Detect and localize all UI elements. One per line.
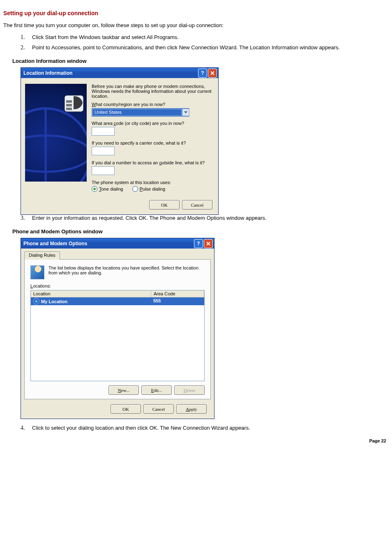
svg-rect-3 — [66, 100, 72, 103]
phone-modem-intro: The list below displays the locations yo… — [48, 265, 205, 275]
titlebar: Location Information ? — [21, 68, 218, 78]
location-selected-icon — [33, 298, 39, 304]
col-area-code[interactable]: Area Code — [151, 290, 204, 297]
radio-unselected-icon — [132, 186, 138, 192]
carrier-code-input[interactable] — [92, 147, 115, 155]
tone-dialing-radio[interactable]: Tone dialing — [92, 186, 123, 192]
area-code-input[interactable] — [92, 127, 115, 136]
help-button[interactable]: ? — [194, 239, 203, 248]
titlebar: Phone and Modem Options ? — [21, 238, 214, 249]
page-number: Page 22 — [3, 438, 389, 443]
phone-location-icon — [30, 265, 44, 279]
step-2: Point to Accessories, point to Communica… — [26, 44, 389, 51]
outside-line-label: If you dial a number to access an outsid… — [92, 160, 212, 165]
list-row-selected[interactable]: My Location 555 — [31, 297, 204, 305]
sidebar-art — [25, 84, 87, 182]
row-area-code: 555 — [151, 297, 204, 305]
window-title: Location Information — [23, 70, 197, 76]
globe-phone-icon — [25, 84, 87, 182]
intro-text: The first time you turn your computer on… — [3, 22, 389, 28]
step-3: Enter in your information as requested. … — [26, 215, 389, 221]
step-4: Click to select your dialing location an… — [26, 425, 389, 431]
dropdown-button[interactable] — [182, 109, 189, 116]
ok-button[interactable]: OK — [149, 200, 180, 210]
pulse-dialing-radio[interactable]: Pulse dialing — [132, 186, 165, 192]
svg-point-1 — [25, 136, 87, 172]
cancel-button[interactable]: Cancel — [182, 200, 212, 210]
steps-list: Click Start from the Windows taskbar and… — [3, 34, 389, 51]
svg-rect-4 — [66, 104, 72, 106]
outside-line-input[interactable] — [92, 166, 115, 175]
locations-list[interactable]: Location Area Code My Location 555 — [30, 290, 205, 381]
list-header: Location Area Code — [31, 290, 204, 297]
edit-button[interactable]: Edit... — [141, 385, 172, 395]
phone-system-label: The phone system at this location uses: — [92, 180, 212, 185]
country-select[interactable]: United States — [92, 108, 189, 117]
steps-list-cont: Enter in your information as requested. … — [3, 215, 389, 221]
location-intro: Before you can make any phone or modem c… — [92, 84, 212, 99]
close-icon — [210, 71, 214, 75]
page-heading: Setting up your dial-up connection — [3, 10, 389, 16]
svg-rect-5 — [66, 108, 72, 110]
help-button[interactable]: ? — [198, 69, 207, 78]
close-icon — [206, 242, 210, 246]
country-label: What country/region are you in now? — [92, 102, 212, 107]
row-location-name: My Location — [41, 299, 67, 304]
country-value: United States — [92, 109, 182, 116]
window-title: Phone and Modem Options — [23, 241, 193, 246]
apply-button[interactable]: Apply — [176, 404, 207, 414]
radio-selected-icon — [92, 186, 97, 192]
close-button[interactable] — [208, 69, 217, 78]
chevron-down-icon — [184, 111, 187, 114]
col-location[interactable]: Location — [31, 290, 151, 297]
location-information-window: Location Information ? Before you can ma… — [21, 67, 219, 215]
phone-modem-options-window: Phone and Modem Options ? Dialing Rules … — [21, 238, 214, 419]
locations-label: Locations: — [30, 283, 205, 288]
cancel-button[interactable]: Cancel — [143, 404, 174, 414]
caption-location-info: Location Information window — [12, 58, 389, 64]
caption-phone-modem: Phone and Modem Options window — [12, 228, 389, 235]
steps-list-cont2: Click to select your dialing location an… — [3, 425, 389, 431]
delete-button: Delete — [174, 385, 205, 395]
area-code-label: What area code (or city code) are you in… — [92, 121, 212, 126]
tab-dialing-rules[interactable]: Dialing Rules — [24, 251, 60, 260]
carrier-code-label: If you need to specify a carrier code, w… — [92, 140, 212, 145]
close-button[interactable] — [204, 239, 213, 248]
ok-button[interactable]: OK — [111, 404, 141, 414]
step-1: Click Start from the Windows taskbar and… — [26, 34, 389, 40]
new-button[interactable]: New... — [108, 385, 139, 395]
